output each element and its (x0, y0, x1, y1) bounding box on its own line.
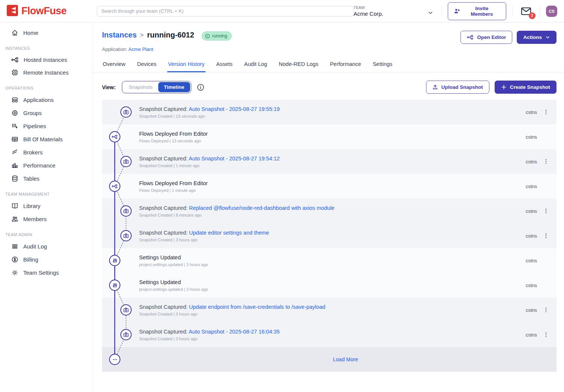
row-user: cstns (526, 159, 537, 165)
row-menu-button[interactable] (540, 332, 552, 338)
view-option-timeline[interactable]: Timeline (158, 82, 190, 92)
timeline-row-meta: Snapshot Created | 3 hours ago (139, 312, 326, 316)
sidebar-item-label: Brokers (23, 149, 43, 156)
tab-overview[interactable]: Overview (102, 58, 126, 72)
load-more-row: Load More (102, 347, 556, 372)
sidebar-item-performance[interactable]: Performance (0, 159, 93, 172)
user-avatar[interactable]: CS (546, 6, 557, 17)
main-content: Instances > running-6012 running Op (93, 22, 564, 392)
snapshot-link[interactable]: Replaced @flowfuse/node-red-dashboard wi… (189, 205, 334, 211)
tab-version-history[interactable]: Version History (167, 58, 206, 72)
timeline-row-body: Snapshot Captured: Auto Snapshot - 2025-… (139, 329, 280, 341)
row-menu-button[interactable] (540, 159, 552, 165)
timeline-row-title: Flows Deployed From Editor (139, 180, 208, 186)
tab-performance[interactable]: Performance (329, 58, 362, 72)
sidebar-item-label: Billing (23, 256, 38, 263)
sidebar-item-brokers[interactable]: Brokers (0, 146, 93, 159)
row-user: cstns (526, 109, 537, 115)
sidebar-item-team-settings[interactable]: Team Settings (0, 266, 93, 279)
load-more-container: Load More (139, 356, 552, 362)
team-selector[interactable]: TEAM: Acme Corp. (354, 6, 435, 17)
timeline-row-meta: Snapshot Created | 3 hours ago (139, 337, 280, 341)
tab-settings[interactable]: Settings (372, 58, 393, 72)
sidebar-item-remote-instances[interactable]: Remote Instances (0, 66, 93, 79)
tab-assets[interactable]: Assets (216, 58, 234, 72)
node-red-icon (467, 34, 474, 40)
notification-badge: 2 (529, 12, 536, 19)
sidebar-item-library[interactable]: Library (0, 199, 93, 212)
row-user: cstns (526, 283, 537, 288)
sidebar-section-title: OPERATIONS (0, 79, 93, 93)
sidebar-item-pipelines[interactable]: Pipelines (0, 120, 93, 133)
timeline-row-body: Flows Deployed From EditorFlows Deployed… (139, 131, 208, 143)
status-running-icon (205, 34, 210, 39)
node-red-icon (109, 131, 120, 142)
sidebar-item-groups[interactable]: Groups (0, 106, 93, 120)
sidebar-item-home[interactable]: Home (0, 26, 93, 39)
status-badge: running (202, 31, 232, 40)
sidebar-section-title: TEAM MANAGEMENT (0, 185, 93, 199)
snapshot-link[interactable]: Update endpoint from /save-credentials t… (189, 304, 326, 310)
timeline-row-body: Snapshot Captured: Update editor setting… (139, 230, 269, 242)
hosted-instances-icon (11, 57, 19, 63)
row-menu-button[interactable] (540, 307, 552, 313)
timeline-row-meta: Flows Deployed | 13 seconds ago (139, 139, 208, 143)
sidebar-item-audit-log[interactable]: Audit Log (0, 240, 93, 253)
timeline-row: Settings Updatedproject.settings.updated… (102, 273, 556, 298)
library-icon (11, 202, 18, 209)
application-link[interactable]: Acme Plant (128, 46, 153, 52)
snapshot-link[interactable]: Auto Snapshot - 2025-08-27 19:54:12 (189, 156, 280, 162)
flowfuse-logo[interactable]: FlowFuse (7, 5, 97, 18)
snapshot-link[interactable]: Auto Snapshot - 2025-08-27 19:55:19 (189, 106, 280, 112)
sidebar-item-bill-of-materials[interactable]: Bill Of Materials (0, 133, 93, 146)
info-icon[interactable] (197, 84, 204, 91)
sidebar-item-tables[interactable]: Tables (0, 172, 93, 185)
row-user: cstns (526, 184, 537, 189)
tab-audit-log[interactable]: Audit Log (243, 58, 268, 72)
load-more-link[interactable]: Load More (333, 356, 358, 362)
invite-members-button[interactable]: Invite Members (448, 2, 506, 20)
snapshot-title-prefix: Snapshot Captured: (139, 230, 189, 236)
timeline-row-body: Settings Updatedproject.settings.updated… (139, 254, 208, 267)
create-snapshot-button[interactable]: Create Snapshot (495, 81, 556, 94)
open-editor-button[interactable]: Open Editor (460, 31, 512, 44)
timeline-row-body: Snapshot Captured: Auto Snapshot - 2025-… (139, 156, 280, 168)
applications-icon (11, 96, 18, 103)
team-name: Acme Corp. (354, 10, 435, 17)
breadcrumb-separator: > (140, 31, 144, 39)
view-option-snapshots[interactable]: Snapshots (123, 82, 158, 92)
upload-snapshot-button[interactable]: Upload Snapshot (426, 81, 489, 94)
event-title: Settings Updated (139, 254, 181, 260)
row-menu-button[interactable] (540, 109, 552, 115)
row-menu-button[interactable] (540, 208, 552, 214)
sidebar-item-members[interactable]: Members (0, 212, 93, 226)
timeline-row-title: Snapshot Captured: Replaced @flowfuse/no… (139, 205, 334, 211)
page-header: Instances > running-6012 running Op (102, 31, 556, 44)
row-menu-button[interactable] (540, 233, 552, 239)
snapshot-link[interactable]: Auto Snapshot - 2025-08-27 16:04:35 (189, 329, 280, 335)
team-settings-icon (11, 269, 18, 276)
tab-devices[interactable]: Devices (136, 58, 157, 72)
sidebar-item-hosted-instances[interactable]: Hosted Instances (0, 54, 93, 66)
sidebar-item-label: Performance (23, 162, 56, 169)
bill-of-materials-icon (11, 136, 18, 143)
snapshot-title-prefix: Snapshot Captured: (139, 304, 189, 310)
snapshot-link[interactable]: Update editor settings and theme (189, 230, 269, 236)
row-user: cstns (526, 258, 537, 263)
app-root: FlowFuse TEAM: Acme Corp. Invite Members (0, 0, 564, 392)
search-input[interactable] (97, 6, 354, 16)
upload-snapshot-label: Upload Snapshot (441, 84, 483, 90)
timeline-row: Snapshot Captured: Update endpoint from … (102, 298, 556, 322)
tab-node-red-logs[interactable]: Node-RED Logs (278, 58, 319, 72)
sidebar-item-billing[interactable]: Billing (0, 253, 93, 266)
timeline-row-body: Snapshot Captured: Update endpoint from … (139, 304, 326, 316)
pipelines-icon (11, 123, 18, 130)
sidebar-item-applications[interactable]: Applications (0, 93, 93, 106)
actions-button[interactable]: Actions (517, 31, 556, 44)
status-label: running (212, 33, 227, 39)
event-title: Settings Updated (139, 279, 181, 285)
breadcrumb-instances-link[interactable]: Instances (102, 31, 136, 39)
notifications-button[interactable]: 2 (521, 7, 531, 16)
timeline-row: Settings Updatedproject.settings.updated… (102, 248, 556, 273)
timeline-row-meta: project.settings.updated | 3 hours ago (139, 287, 208, 292)
